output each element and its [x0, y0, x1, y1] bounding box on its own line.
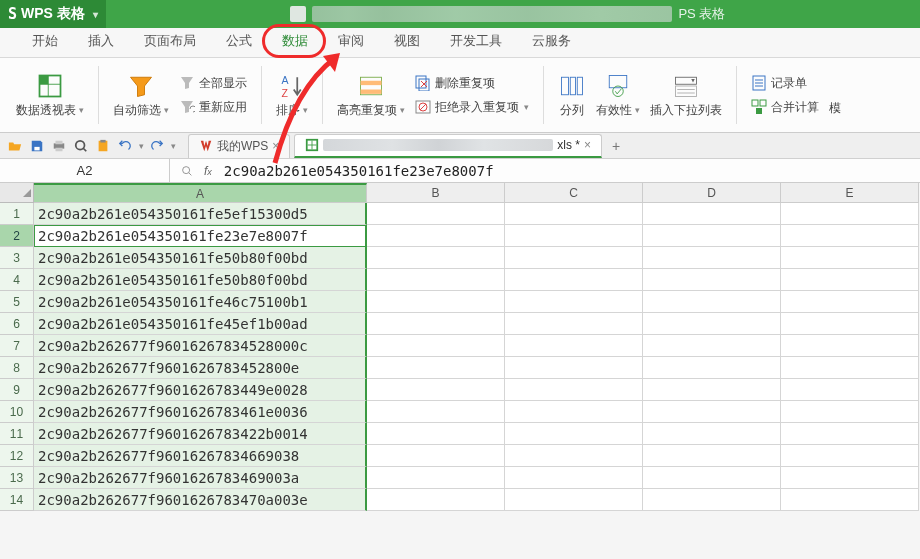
qa-redo-button[interactable] [148, 137, 166, 155]
row-header[interactable]: 7 [0, 335, 34, 357]
select-all-corner[interactable] [0, 183, 34, 203]
cell[interactable] [367, 445, 505, 467]
cell[interactable] [505, 489, 643, 511]
cell[interactable] [505, 423, 643, 445]
cell[interactable]: 2c90a2b262677f9601626783449e0028 [34, 379, 367, 401]
cell[interactable] [643, 423, 781, 445]
cell[interactable] [367, 313, 505, 335]
cell[interactable] [781, 269, 919, 291]
cell[interactable] [781, 401, 919, 423]
cell[interactable] [367, 269, 505, 291]
cell[interactable] [643, 489, 781, 511]
cell[interactable] [781, 467, 919, 489]
cell[interactable] [781, 225, 919, 247]
cell[interactable]: 2c90a2b262677f96016267834669038 [34, 445, 367, 467]
row-header[interactable]: 14 [0, 489, 34, 511]
row-header[interactable]: 4 [0, 269, 34, 291]
cell[interactable] [781, 247, 919, 269]
cell[interactable] [367, 401, 505, 423]
tab-view[interactable]: 视图 [380, 26, 434, 57]
doc-tab-add-button[interactable]: + [606, 138, 626, 154]
doc-tab-close-button[interactable]: × [584, 138, 591, 152]
cell[interactable]: 2c90a2b261e054350161fe5ef15300d5 [34, 203, 367, 225]
delete-dup-button[interactable]: 删除重复项 [411, 72, 533, 94]
qa-open-button[interactable] [6, 137, 24, 155]
row-header[interactable]: 10 [0, 401, 34, 423]
cell[interactable] [505, 467, 643, 489]
qa-save-button[interactable] [28, 137, 46, 155]
cell[interactable] [367, 335, 505, 357]
cell[interactable]: 2c90a2b261e054350161fe45ef1b00ad [34, 313, 367, 335]
fx-icon[interactable]: fx [204, 164, 220, 178]
row-header[interactable]: 8 [0, 357, 34, 379]
row-header[interactable]: 2 [0, 225, 34, 247]
col-header-B[interactable]: B [367, 183, 505, 203]
name-box[interactable]: A2 [0, 159, 170, 182]
cell[interactable] [643, 291, 781, 313]
pivot-table-button[interactable]: 数据透视表▾ [12, 63, 88, 127]
cell[interactable] [505, 269, 643, 291]
cell[interactable] [505, 247, 643, 269]
cell[interactable] [505, 291, 643, 313]
highlight-dup-button[interactable]: 高亮重复项▾ [333, 63, 409, 127]
row-header[interactable]: 13 [0, 467, 34, 489]
cell[interactable] [505, 313, 643, 335]
doc-tab-active[interactable]: xls * × [294, 134, 602, 158]
partial-button[interactable]: 模 [825, 97, 845, 119]
col-header-E[interactable]: E [781, 183, 919, 203]
cell[interactable]: 2c90a2b262677f9601626783470a003e [34, 489, 367, 511]
validation-button[interactable]: 有效性▾ [592, 63, 644, 127]
cell[interactable] [505, 203, 643, 225]
col-header-D[interactable]: D [643, 183, 781, 203]
cell[interactable] [643, 401, 781, 423]
tab-page-layout[interactable]: 页面布局 [130, 26, 210, 57]
cell[interactable] [781, 291, 919, 313]
tab-formula[interactable]: 公式 [212, 26, 266, 57]
qa-print-button[interactable] [50, 137, 68, 155]
cell[interactable] [367, 357, 505, 379]
show-all-button[interactable]: 全部显示 [175, 72, 251, 94]
cell[interactable]: 2c90a2b262677f9601626783469003a [34, 467, 367, 489]
cell[interactable] [781, 489, 919, 511]
insert-dropdown-button[interactable]: 插入下拉列表 [646, 63, 726, 127]
cell[interactable] [367, 423, 505, 445]
cell[interactable] [505, 401, 643, 423]
cell[interactable]: 2c90a2b262677f9601626783422b0014 [34, 423, 367, 445]
qa-preview-button[interactable] [72, 137, 90, 155]
app-badge[interactable]: S WPS 表格 ▾ [0, 0, 106, 28]
cell[interactable]: 2c90a2b262677f96016267834528000c [34, 335, 367, 357]
cell[interactable] [781, 423, 919, 445]
cell[interactable] [367, 225, 505, 247]
cell[interactable] [781, 335, 919, 357]
tab-review[interactable]: 审阅 [324, 26, 378, 57]
tab-data[interactable]: 数据 [268, 26, 322, 57]
row-header[interactable]: 9 [0, 379, 34, 401]
qa-paste-button[interactable] [94, 137, 112, 155]
form-record-button[interactable]: 记录单 [747, 72, 823, 94]
cell[interactable] [781, 203, 919, 225]
qa-undo-button[interactable] [116, 137, 134, 155]
cell[interactable] [781, 445, 919, 467]
cell[interactable] [367, 291, 505, 313]
tab-dev-tools[interactable]: 开发工具 [436, 26, 516, 57]
row-header[interactable]: 1 [0, 203, 34, 225]
cell[interactable] [643, 203, 781, 225]
cell[interactable] [643, 335, 781, 357]
cell[interactable]: 2c90a2b261e054350161fe50b80f00bd [34, 269, 367, 291]
cell[interactable] [643, 225, 781, 247]
cell[interactable] [643, 247, 781, 269]
cell[interactable] [643, 379, 781, 401]
tab-start[interactable]: 开始 [18, 26, 72, 57]
row-header[interactable]: 6 [0, 313, 34, 335]
cell[interactable] [367, 247, 505, 269]
consolidate-button[interactable]: 合并计算 [747, 96, 823, 118]
cell[interactable] [367, 489, 505, 511]
cell[interactable] [505, 335, 643, 357]
cell[interactable] [505, 357, 643, 379]
cell[interactable] [643, 357, 781, 379]
cell[interactable]: 2c90a2b261e054350161fe23e7e8007f [34, 225, 367, 247]
cell[interactable] [505, 445, 643, 467]
cell[interactable] [643, 445, 781, 467]
search-icon[interactable] [180, 164, 194, 178]
cell[interactable] [367, 379, 505, 401]
